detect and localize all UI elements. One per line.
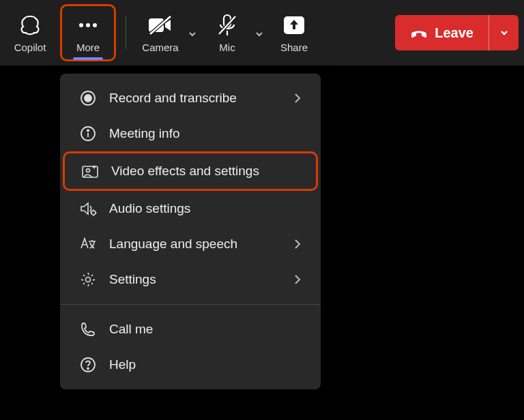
menu-label: Audio settings <box>109 201 302 216</box>
chevron-right-icon <box>293 273 302 286</box>
share-icon <box>282 13 306 38</box>
svg-point-18 <box>91 211 96 215</box>
mic-button[interactable]: Mic <box>203 5 252 60</box>
svg-point-21 <box>87 368 89 370</box>
mic-off-icon <box>216 13 238 38</box>
leave-chevron[interactable] <box>489 15 519 50</box>
audio-settings-icon <box>79 200 97 217</box>
video-effects-icon <box>81 162 99 180</box>
record-icon <box>79 89 97 107</box>
more-dropdown: Record and transcribe Meeting info Video… <box>60 74 321 389</box>
share-button[interactable]: Share <box>270 5 319 60</box>
help-icon <box>79 356 97 374</box>
camera-off-icon <box>147 13 173 38</box>
svg-point-14 <box>87 130 89 131</box>
gear-icon <box>79 271 97 288</box>
info-icon <box>79 125 97 142</box>
menu-divider <box>60 304 321 305</box>
menu-item-audio-settings[interactable]: Audio settings <box>63 191 318 226</box>
svg-point-17 <box>87 169 90 172</box>
menu-label: Meeting info <box>109 126 302 141</box>
menu-label: Call me <box>109 322 302 337</box>
copilot-label: Copilot <box>14 42 46 53</box>
mic-label: Mic <box>219 42 235 53</box>
menu-label: Language and speech <box>109 237 281 252</box>
chevron-right-icon <box>293 238 302 250</box>
svg-point-1 <box>86 23 90 27</box>
menu-label: Record and transcribe <box>109 91 281 106</box>
menu-label: Help <box>109 357 302 372</box>
leave-group: Leave <box>395 15 519 50</box>
chevron-right-icon <box>293 92 302 104</box>
more-button[interactable]: More <box>60 4 116 61</box>
hangup-icon <box>410 26 428 40</box>
language-icon <box>79 235 97 253</box>
menu-label: Video effects and settings <box>111 164 300 179</box>
menu-item-language[interactable]: Language and speech <box>63 226 318 262</box>
svg-point-2 <box>93 23 97 27</box>
copilot-icon <box>18 13 42 38</box>
svg-point-0 <box>79 23 83 27</box>
more-active-indicator <box>73 57 103 60</box>
phone-icon <box>79 320 97 338</box>
share-label: Share <box>280 42 308 53</box>
menu-item-record[interactable]: Record and transcribe <box>63 80 318 116</box>
leave-label: Leave <box>435 25 474 41</box>
toolbar-separator <box>126 16 126 49</box>
mic-chevron[interactable] <box>254 27 264 39</box>
meeting-toolbar: Copilot More Camera <box>0 0 524 65</box>
more-label: More <box>76 42 100 53</box>
menu-item-call-me[interactable]: Call me <box>63 312 318 347</box>
menu-item-settings[interactable]: Settings <box>63 262 318 297</box>
more-icon <box>76 13 100 38</box>
svg-point-19 <box>86 278 91 282</box>
menu-item-meeting-info[interactable]: Meeting info <box>63 116 318 151</box>
camera-button[interactable]: Camera <box>136 5 185 60</box>
menu-item-help[interactable]: Help <box>63 347 318 382</box>
leave-button[interactable]: Leave <box>395 15 489 50</box>
camera-chevron[interactable] <box>188 27 197 39</box>
copilot-button[interactable]: Copilot <box>5 5 55 60</box>
svg-point-12 <box>85 95 91 102</box>
menu-item-video-effects[interactable]: Video effects and settings <box>63 151 318 191</box>
camera-label: Camera <box>142 42 178 53</box>
menu-label: Settings <box>109 272 281 287</box>
